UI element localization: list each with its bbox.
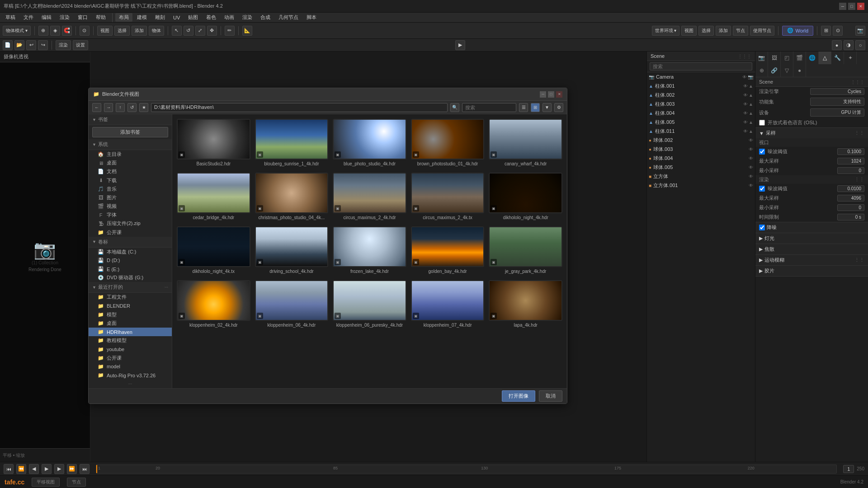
add-btn2[interactable]: 添加 [716,26,731,36]
maximize-button[interactable]: □ [848,3,855,10]
view-layer-tab[interactable]: ◰ [781,52,793,64]
sys-public[interactable]: 📁 公开课 [89,228,172,237]
recent-tutorial[interactable]: 📁 教程模型 [89,336,172,345]
viewport-shading-render[interactable]: ○ [855,40,865,50]
current-frame-display[interactable]: 1 [843,465,854,473]
outliner-column-002[interactable]: ▲ 柱体.002 👁 ▲ [647,90,755,99]
file-item[interactable]: ▣circus_maximus_2_4k.tx [411,173,485,222]
file-item[interactable]: ▣kloppenheim_07_4k.hdr [411,280,485,329]
view-btn[interactable]: 视图 [97,26,113,36]
render-002[interactable]: ▲ [749,93,753,98]
render-tab[interactable]: 📷 [755,52,768,64]
object-mode-button[interactable]: 物体模式 ▾ [3,26,31,36]
outliner-sphere-005[interactable]: ● 球体.005 👁 [647,163,755,172]
denoise-checkbox[interactable] [759,225,765,230]
transform-pivot-button[interactable]: ◈ [50,26,60,36]
open-image-button[interactable]: 打开图像 [502,390,535,402]
scene-tab[interactable]: 🎬 [793,52,806,64]
timeline-end-btn[interactable]: ⏭ [80,464,90,474]
scale-tool[interactable]: ⤢ [195,26,205,36]
outliner-sphere-003[interactable]: ● 球体.003 👁 [647,145,755,154]
add-btn[interactable]: 添加 [132,26,147,36]
physics-tab[interactable]: ⊕ [755,64,768,77]
data-tab[interactable]: ▽ [781,64,793,77]
recent-public[interactable]: 📁 公开课 [89,354,172,362]
file-item[interactable]: ▣blouberg_sunrise_1_4k.hdr [255,119,329,168]
rotate-tool[interactable]: ↺ [184,26,193,36]
motion-blur-header[interactable]: ▶ 运动模糊 ⋮⋮ [755,255,868,265]
outliner-column-003[interactable]: ▲ 柱体.003 👁 ▲ [647,99,755,108]
eye-s005[interactable]: 👁 [749,165,753,170]
outliner-sphere-002[interactable]: ● 球体.002 👁 [647,136,755,145]
minimize-button[interactable]: ─ [839,3,846,10]
recent-projects[interactable]: 📁 工程文件 [89,293,172,301]
annotate-tool[interactable]: ✏ [225,26,235,36]
drive-g[interactable]: 💿 DVD 驱动器 (G:) [89,273,172,282]
object-btn[interactable]: 物体 [149,26,164,36]
timeline-beginning-btn[interactable]: ⏮ [4,464,14,474]
constraints-tab[interactable]: 🔗 [768,64,781,77]
modifier-tab[interactable]: 🔧 [831,52,844,64]
menu-item-render[interactable]: 编辑 [38,13,55,22]
sys-videos[interactable]: 🎬 视频 [89,202,172,211]
file-item[interactable]: ▣brown_photostudio_01_4k.hdr [411,119,485,168]
settings-btn[interactable]: ⚙ [554,103,563,112]
eye-002[interactable]: 👁 [743,93,748,98]
render-engine-dropdown[interactable]: 世界环境 ▾ [652,26,680,36]
render-btn[interactable]: 渲染 [56,40,71,50]
file-item[interactable]: ▣lapa_4k.hdr [489,280,562,329]
time-limit-value[interactable]: 0 s [837,214,864,221]
r-min-samples-value[interactable]: 0 [837,204,864,211]
menu-item-file[interactable]: 草稿 [2,13,19,22]
view-btn2[interactable]: 视图 [681,26,697,36]
file-item[interactable]: ▣canary_wharf_4k.hdr [489,119,562,168]
timeline-play-btn[interactable]: ▶ [42,464,52,474]
open-file-btn[interactable]: 📂 [14,40,24,50]
outliner-column-001[interactable]: ▲ 柱体.001 👁 ▲ [647,81,755,90]
render-005[interactable]: ▲ [749,120,753,125]
outliner-search-input[interactable] [650,62,752,70]
outliner-cube[interactable]: ■ 立方体 👁 [647,172,755,181]
drives-section-header[interactable]: ▼ 卷标 [89,237,172,248]
r-noise-value[interactable]: 0.0100 [837,185,864,192]
sys-zip[interactable]: 🗜 压缩文件(2).zip [89,219,172,228]
menu-item-window[interactable]: 渲染 [56,13,73,22]
select-btn[interactable]: 选择 [114,26,130,36]
outliner-column-004[interactable]: ▲ 柱体.004 👁 ▲ [647,108,755,117]
timeline-track[interactable]: 1 20 85 130 175 220 [96,465,837,474]
vp-max-samples-value[interactable]: 1024 [837,158,864,164]
file-item[interactable]: ▣dikhololo_night_4k.hdr [489,173,562,222]
film-header[interactable]: ▶ 胶片 [755,266,868,276]
recent-autorig[interactable]: 📁 Auto-Rig Pro v3.72.26 [89,371,172,380]
workspace-uv[interactable]: UV [170,14,184,21]
nav-bookmark[interactable]: ★ [139,103,148,112]
recent-hdri[interactable]: 📁 HDRIhaven [89,328,172,336]
menu-item-edit[interactable]: 文件 [20,13,37,22]
system-section-header[interactable]: ▼ 系统 [89,139,172,150]
r-max-samples-value[interactable]: 4096 [837,195,864,202]
viewport-shading-material[interactable]: ◑ [844,40,854,50]
sampling-header[interactable]: ▼ 采样 ⋮⋮ [755,128,868,138]
drive-e[interactable]: 💾 E (E:) [89,265,172,273]
workspace-texture[interactable]: 贴图 [184,13,202,22]
modal-close[interactable]: ✕ [556,91,562,98]
workspace-animation[interactable]: 动画 [221,13,238,22]
eye-005[interactable]: 👁 [743,120,748,125]
output-tab[interactable]: 🖼 [768,52,781,64]
file-item[interactable]: ▣golden_bay_4k.hdr [411,226,485,276]
move-tool[interactable]: ↖ [172,26,182,36]
nav-refresh[interactable]: ↺ [127,103,137,112]
overlay-button[interactable]: ⊞ [821,26,831,36]
add-bookmark-button[interactable]: 添加书签 [92,127,168,137]
sys-music[interactable]: 🎵 音乐 [89,185,172,193]
material-tab[interactable]: ● [793,64,806,77]
file-item[interactable]: ▣blue_photo_studio_4k.hdr [333,119,406,168]
snap-button[interactable]: 🧲 [62,26,72,36]
render-011[interactable]: ▲ [749,129,753,134]
sys-home[interactable]: 🏠 主目录 [89,150,172,159]
proportional-edit-button[interactable]: ⊙ [80,26,90,36]
render-engine-dropdown[interactable]: Cycles [810,88,865,95]
file-item[interactable]: ▣je_gray_park_4k.hdr [489,226,562,276]
vp-min-samples-value[interactable]: 0 [837,167,864,174]
recent-section-header[interactable]: ▼ 最近打开的 ··· [89,282,172,293]
